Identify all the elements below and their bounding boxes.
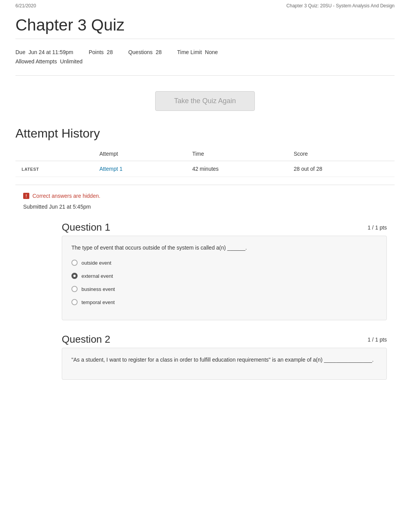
due-label: Due (15, 49, 25, 55)
divider-1 (15, 39, 395, 39)
take-quiz-button[interactable]: Take the Quiz Again (155, 91, 255, 111)
question-2-pts: 1 / 1 pts (368, 337, 387, 343)
correct-answers-notice: ! Correct answers are hidden. (23, 193, 387, 199)
divider-2 (15, 75, 395, 76)
warning-icon: ! (23, 193, 29, 199)
answer-label-outside: outside event (81, 260, 111, 266)
points-value: 28 (107, 49, 113, 55)
answer-option-business: business event (71, 286, 377, 292)
question-1-text: The type of event that occurs outside of… (71, 244, 377, 252)
question-2-title: Question 2 (62, 333, 110, 345)
question-2-header: Question 2 1 / 1 pts (62, 330, 387, 348)
time-limit-label: Time Limit (177, 49, 202, 55)
take-quiz-section: Take the Quiz Again (15, 80, 395, 119)
col-header-attempt: Attempt (93, 147, 186, 161)
question-2-block: Question 2 1 / 1 pts "As a student, I wa… (62, 330, 387, 380)
table-row: LATEST Attempt 1 42 minutes 28 out of 28 (15, 161, 395, 177)
question-1-header: Question 1 1 / 1 pts (62, 218, 387, 236)
time-limit-value: None (205, 49, 218, 55)
allowed-attempts-meta: Allowed Attempts Unlimited (15, 58, 83, 65)
meta-row-1: Due Jun 24 at 11:59pm Points 28 Question… (15, 49, 395, 55)
attempt-history-table: Attempt Time Score LATEST Attempt 1 42 m… (15, 147, 395, 177)
allowed-attempts-value: Unlimited (60, 58, 82, 65)
top-bar: 6/21/2020 Chapter 3 Quiz: 20SU - System … (0, 0, 410, 12)
radio-business (71, 286, 78, 292)
due-meta: Due Jun 24 at 11:59pm (15, 49, 73, 55)
question-1-block: Question 1 1 / 1 pts The type of event t… (62, 218, 387, 320)
points-label: Points (89, 49, 104, 55)
attempt-1-link[interactable]: Attempt 1 (99, 166, 122, 172)
time-limit-meta: Time Limit None (177, 49, 218, 55)
table-header-row: Attempt Time Score (15, 147, 395, 161)
answer-option-external: external event (71, 273, 377, 279)
answer-option-temporal: temporal event (71, 299, 377, 305)
col-header-badge (15, 147, 93, 161)
questions-value: 28 (156, 49, 162, 55)
question-1-title: Question 1 (62, 221, 110, 233)
page-container: Chapter 3 Quiz Due Jun 24 at 11:59pm Poi… (0, 12, 410, 408)
quiz-meta: Due Jun 24 at 11:59pm Points 28 Question… (15, 43, 395, 71)
radio-external (71, 273, 78, 279)
question-2-text: "As a student, I want to register for a … (71, 356, 377, 364)
answer-option-outside: outside event (71, 260, 377, 266)
col-header-score: Score (288, 147, 395, 161)
questions-label: Questions (128, 49, 152, 55)
question-1-content: The type of event that occurs outside of… (62, 236, 387, 320)
date-label: 6/21/2020 (15, 3, 36, 8)
attempt-link-cell[interactable]: Attempt 1 (93, 161, 186, 177)
attempt-score: 28 out of 28 (288, 161, 395, 177)
answer-label-external: external event (81, 273, 113, 279)
question-1-pts: 1 / 1 pts (368, 224, 387, 231)
meta-row-2: Allowed Attempts Unlimited (15, 58, 395, 65)
questions-meta: Questions 28 (128, 49, 162, 55)
col-header-time: Time (186, 147, 288, 161)
answer-label-temporal: temporal event (81, 299, 115, 305)
allowed-attempts-label: Allowed Attempts (15, 58, 57, 65)
answer-label-business: business event (81, 286, 115, 292)
submitted-text: Submitted Jun 21 at 5:45pm (23, 204, 387, 210)
attempt-history-title: Attempt History (15, 126, 395, 141)
radio-temporal (71, 299, 78, 305)
radio-outside (71, 260, 78, 266)
quiz-title: Chapter 3 Quiz (15, 15, 395, 35)
due-value: Jun 24 at 11:59pm (29, 49, 73, 55)
results-section: ! Correct answers are hidden. Submitted … (15, 185, 395, 393)
correct-answers-text: Correct answers are hidden. (32, 193, 100, 199)
question-2-content: "As a student, I want to register for a … (62, 348, 387, 380)
attempt-time: 42 minutes (186, 161, 288, 177)
latest-badge: LATEST (15, 161, 93, 177)
points-meta: Points 28 (89, 49, 113, 55)
breadcrumb: Chapter 3 Quiz: 20SU - System Analysis A… (286, 3, 395, 8)
